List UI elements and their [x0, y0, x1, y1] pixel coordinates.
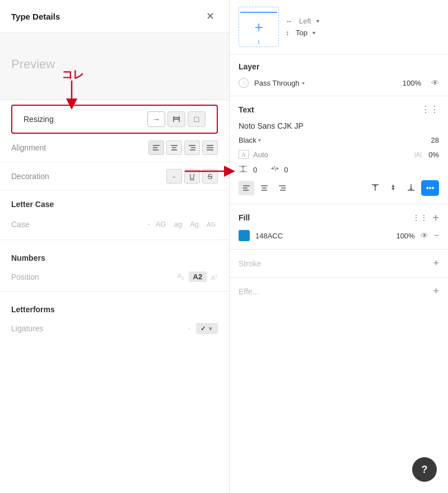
left-align-row: ↔ Left ▾	[286, 17, 319, 25]
vert-align-top-button[interactable]	[367, 180, 383, 195]
resize-auto-button[interactable]: →	[147, 111, 165, 127]
resizing-container: Resizing → □	[0, 105, 229, 134]
letter-case-title: Letter Case	[11, 200, 54, 209]
pos-normal-button[interactable]: A2	[189, 271, 207, 282]
effects-section-title: Effe...	[239, 287, 259, 296]
ligatures-row: Ligatures - ✓ ▼	[0, 318, 229, 339]
font-size-value[interactable]: 28	[431, 136, 439, 144]
left-arrows-icon: ↔	[286, 17, 292, 25]
letter-case-header: Letter Case	[0, 191, 229, 213]
deco-strikethrough-button[interactable]: S	[202, 169, 218, 184]
case-buttons: - AG ag Ag AG	[148, 219, 218, 229]
vert-align-bottom-button[interactable]	[403, 180, 419, 195]
ligatures-label: Ligatures	[11, 324, 185, 333]
case-smallcaps-button[interactable]: AG	[204, 220, 218, 229]
fill-color-swatch[interactable]	[239, 230, 250, 241]
position-buttons: A2 A2 A2	[178, 271, 218, 282]
vert-align-middle-button[interactable]	[385, 180, 401, 195]
pos-subscript-button[interactable]: A2	[178, 273, 184, 281]
txt-align-center-button[interactable]	[256, 181, 272, 195]
txt-align-right-button[interactable]	[274, 181, 290, 195]
numbers-section-header: Numbers	[0, 245, 229, 267]
lig-dash[interactable]: -	[185, 323, 194, 334]
svg-marker-26	[272, 167, 273, 170]
deco-none-button[interactable]: -	[166, 169, 182, 184]
help-button[interactable]: ?	[412, 457, 437, 482]
top-arrows-icon: ↕	[286, 29, 289, 37]
panel-title: Type Details	[11, 12, 60, 21]
fill-grid-icon[interactable]: ⋮⋮	[412, 213, 428, 222]
left-chevron: ▾	[316, 18, 319, 24]
text-more-button[interactable]: •••	[421, 180, 439, 196]
case-label: Case	[11, 220, 148, 229]
font-weight-select[interactable]: Black ▾	[239, 136, 261, 144]
preview-label: Preview	[11, 57, 55, 72]
font-name[interactable]: Noto Sans CJK JP	[239, 121, 439, 130]
effects-header: Effe... +	[239, 285, 439, 297]
fill-color-hex[interactable]: 148ACC	[255, 232, 390, 240]
text-alignment-row: •••	[239, 180, 439, 196]
top-align-row: ↕ Top ▾	[286, 29, 319, 37]
align-right-button[interactable]	[184, 140, 200, 155]
line-height-value[interactable]: 0	[253, 166, 257, 174]
layer-section-title: Layer	[239, 62, 439, 71]
case-uppercase-button[interactable]: AG	[153, 219, 169, 229]
deco-underline-button[interactable]: U	[184, 169, 200, 184]
fill-remove-icon[interactable]: −	[434, 231, 439, 241]
svg-marker-42	[391, 185, 395, 187]
position-label: Position	[11, 273, 178, 281]
text-more-icon[interactable]: ⋮⋮	[421, 104, 439, 115]
visibility-toggle-icon[interactable]: 👁	[431, 78, 439, 87]
align-center-icon	[170, 144, 178, 151]
ligatures-controls: - ✓ ▼	[185, 323, 218, 334]
fill-section-title: Fill	[239, 213, 250, 222]
align-center-button[interactable]	[166, 140, 182, 155]
blend-mode-label: Pass Through	[254, 79, 300, 87]
case-none[interactable]: -	[148, 220, 150, 228]
vert-align-group: •••	[367, 180, 439, 196]
decoration-buttons: - U S	[166, 169, 218, 184]
text-section-title: Text	[239, 105, 254, 114]
opacity-value: 100%	[403, 79, 421, 87]
blend-mode-select[interactable]: Pass Through ▾	[254, 79, 305, 87]
svg-marker-27	[277, 167, 278, 170]
case-lowercase-button[interactable]: ag	[172, 219, 184, 229]
divider-1	[0, 240, 229, 240]
left-panel: Type Details ✕ Preview コレ Resizing →	[0, 0, 230, 493]
text-section: Text ⋮⋮ Noto Sans CJK JP Black ▾ 28 A Au…	[230, 96, 448, 204]
font-style-row: Black ▾ 28	[239, 136, 439, 144]
fill-visibility-icon[interactable]: 👁	[421, 231, 428, 240]
close-button[interactable]: ✕	[203, 9, 218, 24]
top-alignment-controls: + ↔ Left ▾ ↕ Top ▾	[230, 0, 448, 54]
auto-label: Auto	[253, 151, 268, 159]
decoration-label: Decoration	[11, 172, 166, 181]
lig-dropdown[interactable]: ✓ ▼	[196, 323, 218, 334]
fill-opacity-value[interactable]: 100%	[396, 232, 414, 240]
transform-bottom-line	[259, 40, 259, 44]
preview-section: Preview	[0, 33, 229, 100]
txt-align-left-button[interactable]	[239, 181, 254, 195]
letter-spacing-value[interactable]: 0	[284, 166, 288, 174]
position-row: Position A2 A2 A2	[0, 267, 229, 287]
alignment-buttons	[148, 140, 218, 155]
pos-superscript-button[interactable]: A2	[211, 273, 218, 281]
resize-fixed-both-button[interactable]: □	[188, 111, 206, 127]
stroke-add-icon[interactable]: +	[433, 257, 439, 269]
case-row: Case - AG ag Ag AG	[0, 213, 229, 235]
layer-row: ◇ Pass Through ▾ 100% 👁	[239, 78, 439, 88]
resize-fixed-width-button[interactable]	[167, 111, 185, 127]
text-spacing-row: 0 0	[239, 165, 439, 175]
fill-header: Fill ⋮⋮ +	[239, 212, 439, 223]
align-left-button[interactable]	[148, 140, 164, 155]
fill-header-icons: ⋮⋮ +	[412, 212, 439, 223]
letterforms-section-header: Letterforms	[0, 296, 229, 318]
right-panel: + ↔ Left ▾ ↕ Top ▾ Layer ◇ Pass Through …	[230, 0, 448, 493]
align-justify-button[interactable]	[202, 140, 218, 155]
fill-add-icon[interactable]: +	[432, 212, 439, 223]
effects-add-icon[interactable]: +	[433, 285, 439, 297]
effects-section: Effe... +	[230, 278, 448, 305]
stroke-section-title: Stroke	[239, 259, 261, 268]
stroke-section: Stroke +	[230, 250, 448, 278]
case-titlecase-button[interactable]: Ag	[188, 219, 201, 229]
align-justify-icon	[206, 144, 214, 151]
